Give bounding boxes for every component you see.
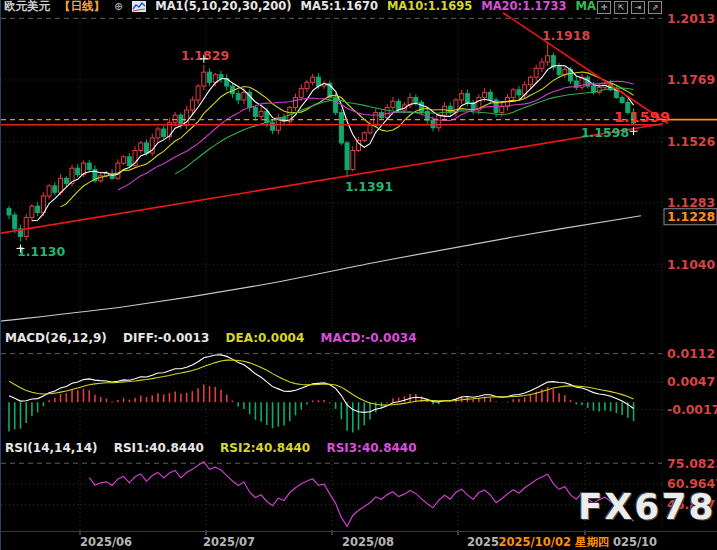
x-axis-cursor-date: 2025/10/02 星期四 — [499, 535, 610, 550]
candle-body — [213, 75, 217, 83]
candle-body — [460, 94, 464, 100]
x-axis-label: 2025 — [467, 535, 499, 549]
y-axis-label: 75.0823 — [667, 456, 717, 471]
price-pane[interactable] — [1, 42, 641, 321]
ma10-value: MA10:1.1695 — [387, 0, 472, 13]
candle-body — [127, 157, 131, 166]
candle-body — [294, 97, 298, 107]
candle-body — [546, 56, 550, 62]
watermark: FX678 — [578, 486, 716, 527]
candle-body — [517, 90, 521, 95]
price-annotation: 1.1918 — [542, 28, 590, 43]
ma-params-label: MA1(5,10,20,30,200) — [155, 0, 291, 13]
candle-body — [500, 106, 504, 112]
price-annotation: 1.1829 — [181, 48, 229, 63]
candle-body — [345, 143, 349, 170]
x-axis-label: 2025/07 — [203, 535, 255, 549]
candle-body — [316, 77, 320, 86]
candle-body — [253, 108, 257, 117]
candle-body — [368, 125, 372, 133]
chart-canvas[interactable]: 1.20131.17691.15261.12831.10400.01120.00… — [1, 0, 717, 550]
crosshair-icon[interactable]: ✛ — [597, 1, 611, 14]
candle-body — [534, 68, 538, 77]
export-icon[interactable]: ⇗ — [648, 1, 662, 14]
candle-body — [271, 123, 275, 131]
rsi1-value: RSI1:40.8440 — [114, 441, 204, 455]
step-forward-icon[interactable]: ⇥ — [631, 1, 645, 14]
candle-body — [173, 115, 177, 123]
rsi-line — [89, 462, 633, 526]
macd-dea-value: DEA:0.0004 — [225, 331, 304, 345]
candle-body — [528, 77, 532, 85]
candle-body — [362, 133, 366, 141]
y-axis-label: 1.1040 — [667, 257, 716, 272]
chart-window: 1.20131.17691.15261.12831.10400.01120.00… — [0, 0, 717, 550]
y-axis-label: -0.0017 — [667, 402, 717, 417]
candle-body — [53, 186, 57, 192]
candle-body — [122, 157, 126, 163]
candle-body — [47, 186, 51, 196]
candle-body — [36, 206, 40, 212]
candle-body — [196, 86, 200, 100]
y-axis-label: 1.1283 — [667, 195, 715, 210]
x-axis[interactable]: 2025/062025/072025/0820252025/10/02 星期四0… — [1, 531, 717, 550]
candle-body — [208, 72, 212, 82]
x-axis-label: 2025/06 — [80, 535, 132, 549]
rsi-params-label: RSI(14,14,14) — [5, 441, 98, 455]
zoom-reset-icon[interactable]: ⇱ — [614, 1, 628, 14]
candle-body — [305, 82, 309, 88]
y-axis-label: 1.1769 — [667, 72, 715, 87]
x-axis-label: 2025/08 — [342, 535, 394, 549]
candle-body — [442, 106, 446, 115]
symbol-name: 欧元美元 — [4, 0, 50, 13]
chart-toolbar: ✛⇱⇥⇗ — [597, 1, 662, 14]
candle-body — [64, 178, 68, 183]
macd-diff-line — [9, 355, 634, 413]
y-axis-label: 0.0047 — [667, 374, 715, 389]
candle-body — [87, 163, 91, 169]
candle-body — [483, 92, 487, 97]
candle-body — [540, 62, 544, 68]
candle-body — [551, 56, 555, 67]
candle-body — [145, 143, 149, 153]
candle-body — [391, 101, 395, 107]
candle-body — [299, 89, 303, 98]
candle-body — [242, 92, 246, 100]
x-axis-label: 025/10 — [613, 535, 657, 549]
y-axis-label: 0.0112 — [667, 346, 715, 361]
candle-body — [265, 111, 269, 122]
candle-body — [219, 75, 223, 79]
price-annotation: 1.1599 — [614, 109, 670, 125]
candle-body — [259, 111, 263, 116]
candle-body — [311, 77, 315, 82]
rsi-header: RSI(14,14,14) RSI1:40.8440 RSI2:40.8440 … — [5, 441, 429, 455]
candle-body — [397, 101, 401, 110]
candle-body — [437, 115, 441, 128]
candle-body — [7, 209, 11, 215]
candle-body — [511, 90, 515, 98]
candle-body — [139, 143, 143, 151]
macd-pane[interactable] — [9, 355, 634, 433]
candle-body — [236, 94, 240, 100]
period-label[interactable]: 【日线】 — [59, 0, 105, 13]
macd-hist-value: MACD:-0.0034 — [320, 331, 416, 345]
macd-dea-line — [9, 360, 634, 405]
add-indicator-icon[interactable]: ⊕ — [114, 0, 123, 13]
price-annotation: 1.1598 — [581, 125, 629, 140]
candle-body — [24, 218, 28, 237]
candle-body — [156, 129, 160, 138]
macd-header: MACD(26,12,9) DIFF:-0.0013 DEA:0.0004 MA… — [5, 331, 429, 345]
macd-params-label: MACD(26,12,9) — [5, 331, 107, 345]
candle-body — [385, 108, 389, 118]
candle-body — [13, 215, 17, 229]
rsi-pane[interactable] — [89, 462, 633, 526]
candle-body — [351, 151, 355, 170]
ma200-axis-value: 1.1228 — [667, 209, 715, 224]
candle-body — [190, 100, 194, 110]
macd-diff-value: DIFF:-0.0013 — [123, 331, 209, 345]
line-chart-icon[interactable] — [132, 1, 146, 12]
candle-body — [557, 67, 561, 75]
rsi2-value: RSI2:40.8440 — [220, 441, 310, 455]
candle-body — [76, 168, 80, 174]
rsi3-value: RSI3:40.8440 — [326, 441, 416, 455]
